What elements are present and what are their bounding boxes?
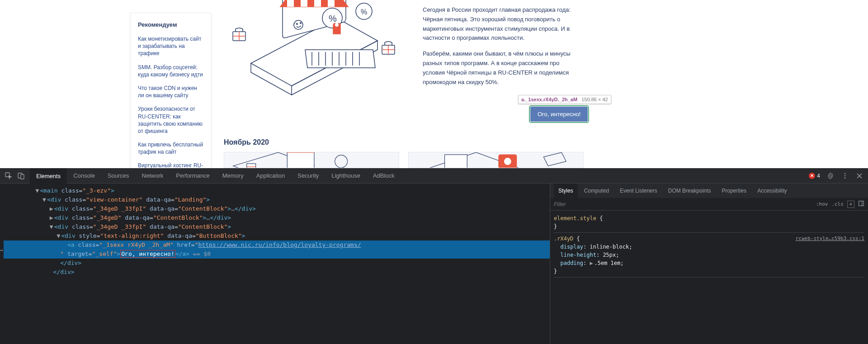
svg-point-3 [300, 23, 301, 24]
svg-text:%: % [329, 14, 337, 24]
selected-element-line[interactable]: <a class="_1sexx rX4yD _2h_aM" href="htt… [4, 240, 550, 250]
article-tiles [224, 152, 584, 168]
article-tile[interactable] [224, 152, 399, 168]
hov-toggle[interactable]: :hov [816, 201, 828, 207]
svg-rect-25 [287, 152, 314, 168]
tab-memory[interactable]: Memory [216, 168, 250, 184]
tab-sources[interactable]: Sources [101, 168, 136, 184]
svg-rect-27 [247, 164, 256, 168]
tab-computed[interactable]: Computed [580, 184, 613, 198]
styles-filter-input[interactable] [554, 201, 812, 207]
settings-icon[interactable] [826, 172, 835, 180]
sidebar-link[interactable]: Как монетизировать сайт и зарабатывать н… [138, 35, 204, 57]
styles-rules[interactable]: element.style { } rcweb-style…c59b3.css:… [550, 211, 868, 344]
svg-point-36 [844, 175, 846, 176]
rule-selector: element.style [554, 215, 596, 221]
svg-point-26 [335, 155, 348, 168]
svg-point-31 [504, 158, 511, 165]
tab-network[interactable]: Network [136, 168, 170, 184]
tab-elements[interactable]: Elements [30, 168, 67, 184]
svg-point-37 [844, 177, 846, 179]
devtools-tabs-bar: Elements Console Sources Network Perform… [0, 168, 868, 184]
errors-count: 4 [817, 173, 820, 179]
sidebar-link[interactable]: Что такое CDN и нужен ли он вашему сайту [138, 85, 204, 99]
tab-dom-breakpoints[interactable]: DOM Breakpoints [664, 184, 716, 198]
tab-event-listeners[interactable]: Event Listeners [615, 184, 662, 198]
new-style-rule-button[interactable]: + [847, 201, 854, 208]
svg-rect-34 [21, 174, 24, 179]
tooltip-selector: a._1sexx.rX4yD._2h_aM [521, 97, 577, 102]
devtools-body: ⋯ ▼<main class="_3-ezv"> ▼<div class="vi… [0, 184, 868, 344]
sidebar-link[interactable]: Уроки безопасности от RU-CENTER: как защ… [138, 105, 204, 135]
sidebar-heading: Рекомендуем [138, 21, 204, 28]
device-toggle-icon[interactable] [17, 172, 25, 180]
inspector-tooltip: a._1sexx.rX4yD._2h_aM 150.86 × 42 [518, 95, 611, 104]
cls-toggle[interactable]: .cls [832, 201, 844, 207]
elements-tree[interactable]: ⋯ ▼<main class="_3-ezv"> ▼<div class="vi… [0, 184, 550, 344]
sidebar-link[interactable]: Виртуальный хостинг RU-CENTER — ещё боль… [138, 162, 204, 168]
tab-application[interactable]: Application [250, 168, 292, 184]
styles-filter-bar: :hov .cls + [550, 198, 868, 211]
svg-point-35 [844, 173, 846, 174]
article-tile[interactable] [408, 152, 584, 168]
errors-badge[interactable]: ✕4 [809, 173, 820, 179]
sidebar-link[interactable]: SMM. Разбор соцсетей: куда какому бизнес… [138, 64, 204, 78]
styles-tabs: Styles Computed Event Listeners DOM Brea… [550, 184, 868, 198]
tab-properties[interactable]: Properties [717, 184, 751, 198]
svg-rect-40 [859, 201, 864, 206]
month-heading: Ноябрь 2020 [224, 138, 269, 146]
article-illustration: % [224, 0, 409, 118]
tab-performance[interactable]: Performance [170, 168, 216, 184]
webpage-content: Рекомендуем Как монетизировать сайт и за… [0, 0, 868, 168]
tab-console[interactable]: Console [67, 168, 101, 184]
sidebar-link[interactable]: Как привлечь бесплатный трафик на сайт [138, 141, 204, 156]
rule-selector: .rX4yD [554, 236, 573, 242]
styles-panel-icon[interactable] [858, 200, 864, 208]
source-file-link[interactable]: rcweb-style…c59b3.css:1 [796, 235, 864, 243]
cta-container: a._1sexx.rX4yD._2h_aM 150.86 × 42 Ого, и… [530, 107, 588, 122]
tab-styles[interactable]: Styles [554, 184, 578, 198]
svg-text:%: % [361, 8, 367, 16]
tab-accessibility[interactable]: Accessibility [753, 184, 791, 198]
tooltip-dimensions: 150.86 × 42 [581, 97, 608, 102]
more-icon[interactable] [841, 172, 849, 180]
inspect-element-icon[interactable] [5, 172, 13, 180]
close-icon[interactable] [855, 172, 863, 180]
styles-pane: Styles Computed Event Listeners DOM Brea… [550, 184, 868, 344]
tab-lighthouse[interactable]: Lighthouse [325, 168, 367, 184]
devtools-panel: Elements Console Sources Network Perform… [0, 168, 868, 344]
recommendations-sidebar: Рекомендуем Как монетизировать сайт и за… [130, 13, 212, 168]
cta-button[interactable]: Ого, интересно! [530, 107, 588, 122]
svg-point-2 [297, 24, 297, 24]
tab-adblock[interactable]: AdBlock [367, 168, 401, 184]
tab-security[interactable]: Security [291, 168, 325, 184]
svg-rect-29 [445, 155, 467, 168]
svg-point-14 [335, 23, 339, 27]
article-text: Сегодня в России проходит главная распро… [423, 5, 576, 93]
article-paragraph: Сегодня в России проходит главная распро… [423, 5, 576, 43]
breadcrumb-dots[interactable]: ⋯ [0, 245, 2, 254]
article-paragraph: Разберём, какими они бывают, в чём плюсы… [423, 49, 576, 87]
ecommerce-illustration: % [224, 0, 409, 108]
